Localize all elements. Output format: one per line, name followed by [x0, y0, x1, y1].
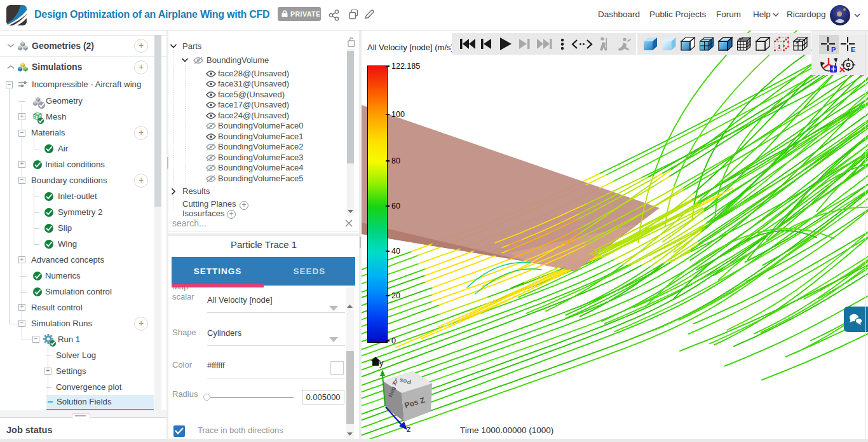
svg-text:z: z	[407, 424, 411, 434]
svg-text:E: E	[851, 46, 855, 53]
svg-text:P: P	[831, 46, 836, 53]
svg-text:y: y	[379, 358, 384, 368]
